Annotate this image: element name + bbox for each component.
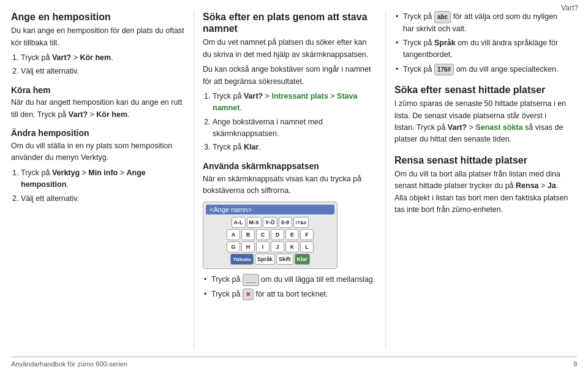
heading-skarmknappsatsen: Använda skärmknappsatsen: [203, 161, 377, 172]
list-item-special: Tryck på 176# om du vill ange specialtec…: [394, 64, 568, 76]
link-senast-sokta: Senast sökta: [475, 123, 522, 132]
footer-left-text: Användarhandbok för zümo 600-serien: [11, 360, 127, 368]
kb-key-a: A: [227, 229, 240, 240]
list-item: Ange bokstäverna i namnet med skärmknapp…: [213, 116, 377, 140]
bold-vart2: Vart?: [69, 110, 88, 119]
bold-sprak: Språk: [434, 39, 456, 47]
para-stava-body1: Om du vet namnet på platsen du söker eft…: [203, 37, 377, 61]
kb-key-b: B: [241, 229, 255, 240]
bold-vart4: Vart?: [448, 123, 467, 132]
list-hemposition-steps: Tryck på Vart? > Kör hem. Välj ett alter…: [21, 52, 185, 78]
delete-button-icon: ✕: [243, 289, 254, 301]
kb-key-l: L: [300, 241, 314, 252]
link-intressant: Intressant plats: [271, 92, 328, 100]
heading-kora-hem: Köra hem: [11, 85, 185, 96]
kb-key-yo: Y-Ö: [263, 217, 277, 228]
bold-mininfo: Min info: [88, 168, 118, 177]
para-senast-hittade: I zümo sparas de senaste 50 hittade plat…: [394, 98, 568, 146]
list-item: Tryck på Vart? > Kör hem.: [21, 52, 185, 64]
space-button-icon: ___: [243, 274, 259, 286]
list-item-delete: Tryck på ✕ för att ta bort tecknet.: [203, 289, 377, 301]
list-item-word: Tryck på abc för att välja ord som du ny…: [394, 11, 568, 35]
footer-page-number: 9: [573, 360, 577, 368]
column-3: Tryck på abc för att välja ord som du ny…: [386, 11, 577, 349]
kb-key-k: K: [285, 241, 299, 252]
kb-key-j: J: [271, 241, 284, 252]
kb-key-g: G: [227, 241, 240, 252]
columns: Ange en hemposition Du kan ange en hempo…: [11, 11, 577, 349]
kb-key-klar: Klar: [295, 254, 311, 265]
kb-row-2: A B C D E F: [206, 229, 334, 240]
bold-vart3: Vart?: [244, 92, 263, 100]
kb-key-al: A-L: [232, 217, 246, 228]
kb-row-1: A-L M-X Y-Ö 0-9 !?&#: [206, 217, 334, 228]
list-item: Tryck på Vart? > Intressant plats > Stav…: [213, 91, 377, 115]
kb-key-d: D: [271, 229, 284, 240]
keyboard-image: <Ange namn> A-L M-X Y-Ö 0-9 !?&# A B C D…: [203, 202, 337, 269]
list-andra-steps: Tryck på Verktyg > Min info > Ange hempo…: [21, 167, 185, 205]
list-more-tips: Tryck på abc för att välja ord som du ny…: [394, 11, 568, 75]
list-item: Tryck på Verktyg > Min info > Ange hempo…: [21, 167, 185, 191]
kb-row-bottom: Tillbaka Språk Skift Klar: [206, 254, 334, 265]
para-hemposition-body: Du kan ange en hemposition för den plats…: [11, 25, 185, 49]
list-keyboard-tips: Tryck på ___ om du vill lägga till ett m…: [203, 274, 377, 300]
bold-ange-hem: Ange hemposition: [21, 168, 146, 189]
list-stava-steps: Tryck på Vart? > Intressant plats > Stav…: [213, 91, 377, 154]
kb-key-sprak: Språk: [255, 254, 275, 265]
bold-verktyg: Verktyg: [52, 168, 80, 177]
list-item: Välj ett alternativ.: [21, 193, 185, 205]
list-item: Tryck på Klar.: [213, 142, 377, 153]
kb-key-skift: Skift: [276, 254, 293, 265]
bold-klar: Klar: [244, 143, 258, 151]
para-skarmknappsatsen: När en skärmknappsats visas kan du tryck…: [203, 173, 377, 197]
para-andra-hemposition: Om du vill ställa in en ny plats som hem…: [11, 140, 185, 164]
bold-rensa: Rensa: [516, 181, 539, 190]
kb-key-i: I: [256, 241, 270, 252]
bold-korhem: Kör hem: [80, 53, 111, 62]
kb-key-h: H: [241, 241, 255, 252]
para-rensa: Om du vill ta bort alla platser från lis…: [394, 168, 568, 216]
bold-ja: Ja: [548, 181, 556, 190]
kb-key-f: F: [300, 229, 314, 240]
kb-key-tillbaka: Tillbaka: [230, 254, 254, 265]
bold-vart: Vart?: [52, 53, 71, 62]
page-container: Vart? Ange en hemposition Du kan ange en…: [0, 0, 588, 386]
bold-korhem2: Kör hem: [96, 110, 127, 119]
heading-rensa: Rensa senast hittade platser: [394, 154, 568, 166]
list-item: Välj ett alternativ.: [21, 66, 185, 77]
kb-row-3: G H I J K L: [206, 241, 334, 252]
abc-button-icon: abc: [434, 11, 451, 23]
column-2: Söka efter en plats genom att stava namn…: [194, 11, 386, 349]
list-item-language: Tryck på Språk om du vill ändra språkläg…: [394, 37, 568, 61]
heading-andra-hemposition: Ändra hemposition: [11, 128, 185, 138]
kb-key-c: C: [256, 229, 270, 240]
heading-stava-namn: Söka efter en plats genom att stava namn…: [203, 11, 377, 34]
kb-key-special: !?&#: [293, 217, 309, 228]
list-item-space: Tryck på ___ om du vill lägga till ett m…: [203, 274, 377, 286]
heading-hemposition: Ange en hemposition: [11, 11, 185, 23]
kb-key-mx: M-X: [247, 217, 262, 228]
heading-senast-hittade: Söka efter senast hittade platser: [394, 84, 568, 96]
kb-key-09: 0-9: [279, 217, 292, 228]
para-kora-hem: När du har angett hemposition kan du ang…: [11, 97, 185, 121]
para-stava-body2: Du kan också ange bokstäver som ingår i …: [203, 64, 377, 88]
num-button-icon: 176#: [434, 64, 454, 76]
kb-title: <Ange namn>: [206, 205, 334, 214]
kb-key-e: E: [285, 229, 299, 240]
column-1: Ange en hemposition Du kan ange en hempo…: [11, 11, 194, 349]
page-footer: Användarhandbok för zümo 600-serien 9: [11, 357, 577, 368]
